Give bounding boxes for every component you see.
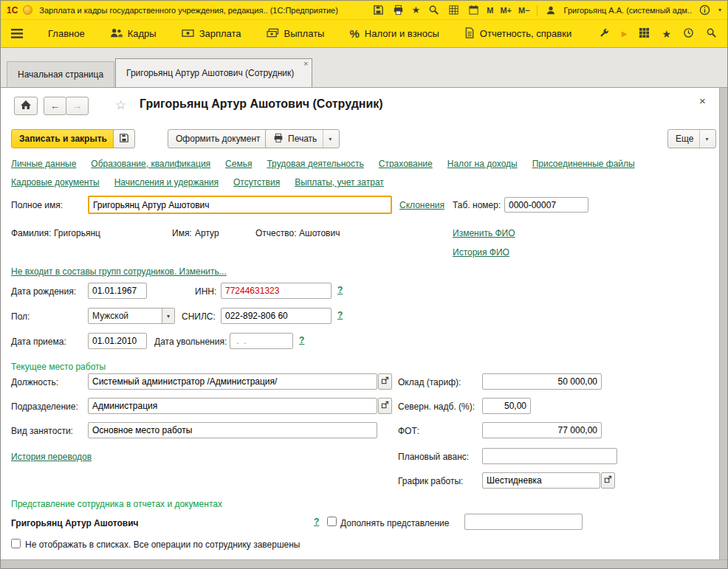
department-input[interactable]	[88, 398, 377, 414]
employment-type-input[interactable]	[88, 422, 377, 438]
tab-employee[interactable]: Григорьянц Артур Ашотович (Сотрудник) ×	[115, 58, 312, 87]
nav-education[interactable]: Образование, квалификация	[91, 159, 210, 169]
first-name-label: Имя:	[172, 228, 192, 238]
birth-date-input[interactable]	[88, 283, 147, 299]
print-button[interactable]: Печать ▾	[265, 129, 340, 148]
representation-help-link[interactable]: ?	[314, 517, 319, 527]
change-fio-link[interactable]: Изменить ФИО	[453, 228, 515, 238]
nav-absences[interactable]: Отсутствия	[233, 177, 280, 187]
form-close-icon[interactable]: ×	[699, 94, 706, 107]
append-representation-label: Дополнять представление	[340, 518, 449, 528]
1c-logo-icon: 1С	[7, 5, 18, 15]
main-menu-icon[interactable]	[11, 29, 23, 38]
menu-taxes-label: Налоги и взносы	[365, 28, 439, 39]
memory-m-plus-button[interactable]: М+	[500, 6, 512, 15]
window-title: Зарплата и кадры государственного учрежд…	[39, 6, 338, 15]
open-field-icon	[604, 475, 612, 486]
search-icon[interactable]	[427, 4, 440, 17]
position-input[interactable]	[88, 373, 377, 390]
dismissal-help-link[interactable]: ?	[299, 335, 304, 345]
hide-in-lists-checkbox[interactable]	[11, 539, 21, 548]
print-icon[interactable]	[392, 4, 405, 17]
nav-personal-data[interactable]: Личные данные	[11, 159, 76, 169]
gender-dropdown-icon[interactable]: ▾	[162, 308, 174, 323]
nav-hr-documents[interactable]: Кадровые документы	[11, 177, 100, 187]
gender-select[interactable]: Мужской ▾	[88, 308, 175, 324]
tab-number-input[interactable]	[504, 197, 588, 213]
save-button[interactable]	[113, 129, 135, 148]
department-open-button[interactable]	[378, 398, 392, 414]
memory-m-button[interactable]: М	[487, 6, 493, 15]
chevron-down-icon[interactable]: ▾	[718, 7, 721, 13]
all-functions-grid-icon[interactable]	[639, 27, 650, 41]
tab-home-page[interactable]: Начальная страница	[7, 61, 114, 87]
page-title: Григорьянц Артур Ашотович (Сотрудник)	[140, 97, 383, 111]
fot-label: ФОТ:	[398, 426, 419, 436]
favorites-star-icon[interactable]: ★	[412, 4, 421, 15]
save-and-close-button[interactable]: Записать и закрыть	[11, 129, 115, 148]
menu-salary[interactable]: Зарплата	[182, 27, 241, 41]
inn-help-link[interactable]: ?	[337, 285, 343, 295]
planned-advance-input[interactable]	[482, 448, 617, 464]
schedule-open-button[interactable]	[601, 472, 615, 489]
history-icon[interactable]	[683, 27, 694, 41]
employee-groups-link[interactable]: Не входит в составы групп сотрудников. И…	[11, 266, 227, 277]
north-allowance-label: Северн. надб. (%):	[398, 401, 475, 412]
snils-input[interactable]	[221, 308, 332, 324]
full-name-label: Полное имя:	[11, 200, 63, 210]
menu-taxes[interactable]: % Налоги и взносы	[349, 27, 439, 40]
north-allowance-input[interactable]	[482, 398, 531, 414]
nav-family[interactable]: Семья	[225, 159, 252, 169]
more-button[interactable]: Еще ▾	[667, 129, 716, 148]
dismissal-date-input[interactable]	[230, 333, 293, 349]
home-button[interactable]	[14, 97, 38, 115]
fio-history-link[interactable]: История ФИО	[453, 247, 509, 258]
nav-income-tax[interactable]: Налог на доходы	[447, 159, 518, 169]
full-name-input[interactable]	[88, 196, 392, 214]
birth-date-label: Дата рождения:	[11, 286, 76, 297]
calendar-icon[interactable]	[467, 4, 480, 17]
append-representation-checkbox[interactable]	[327, 517, 337, 526]
save-icon[interactable]	[372, 4, 385, 17]
menu-payments[interactable]: Выплаты	[267, 27, 325, 41]
menu-main[interactable]: Главное	[48, 28, 85, 39]
wrench-icon[interactable]	[599, 27, 610, 41]
hire-date-input[interactable]	[88, 333, 147, 349]
schedule-input[interactable]	[482, 472, 600, 489]
forward-button[interactable]: →	[66, 97, 89, 115]
append-representation-input[interactable]	[464, 514, 583, 530]
info-icon[interactable]	[698, 4, 712, 17]
menu-reports[interactable]: Отчетность, справки	[464, 27, 571, 41]
nav-attached-files[interactable]: Присоединенные файлы	[532, 159, 635, 169]
salary-input[interactable]	[482, 373, 602, 390]
menu-reports-label: Отчетность, справки	[480, 28, 571, 39]
nav-insurance[interactable]: Страхование	[379, 159, 433, 169]
declensions-link[interactable]: Склонения	[399, 200, 444, 210]
memory-m-minus-button[interactable]: М−	[518, 6, 530, 15]
current-user[interactable]: Григорьянц А.А. (системный адм..	[564, 6, 692, 15]
back-button[interactable]: ←	[44, 97, 66, 115]
nav-payments-costs[interactable]: Выплаты, учет затрат	[295, 177, 384, 187]
calculator-icon[interactable]	[447, 4, 460, 17]
fot-input[interactable]	[482, 422, 602, 438]
favorites-icon[interactable]: ★	[662, 28, 671, 40]
inn-input[interactable]	[221, 283, 332, 299]
nav-work-activity[interactable]: Трудовая деятельность	[267, 159, 363, 169]
titlebar-divider	[537, 5, 538, 15]
tab-close-icon[interactable]: ×	[303, 60, 308, 68]
nav-links-row-2: Кадровые документы Начисления и удержани…	[11, 177, 384, 187]
back-arrow-icon: ←	[50, 100, 60, 111]
add-to-favorites-icon[interactable]: ☆	[115, 97, 126, 113]
employee-form: ← → ☆ Григорьянц Артур Ашотович (Сотрудн…	[1, 88, 727, 559]
window-bottom-edge	[1, 559, 727, 569]
forward-arrow-icon: →	[72, 100, 82, 111]
position-open-button[interactable]	[378, 373, 392, 390]
menu-personnel[interactable]: Кадры	[110, 27, 157, 41]
dismissal-date-label: Дата увольнения:	[154, 337, 227, 347]
global-search-icon[interactable]	[706, 27, 717, 41]
transfer-history-link[interactable]: История переводов	[11, 452, 92, 462]
snils-help-link[interactable]: ?	[337, 310, 343, 320]
banknote-icon	[182, 27, 194, 41]
expand-arrow-icon[interactable]: ▶	[622, 30, 628, 38]
nav-accruals[interactable]: Начисления и удержания	[114, 177, 219, 187]
